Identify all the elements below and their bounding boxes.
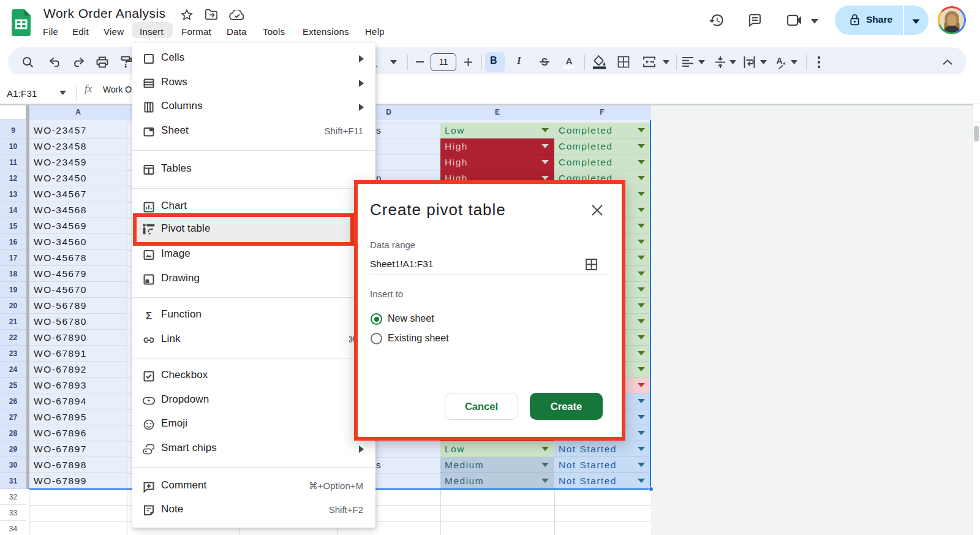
- svg-text:A: A: [776, 56, 782, 66]
- svg-text:A: A: [565, 56, 572, 66]
- svg-text:Σ: Σ: [146, 310, 152, 322]
